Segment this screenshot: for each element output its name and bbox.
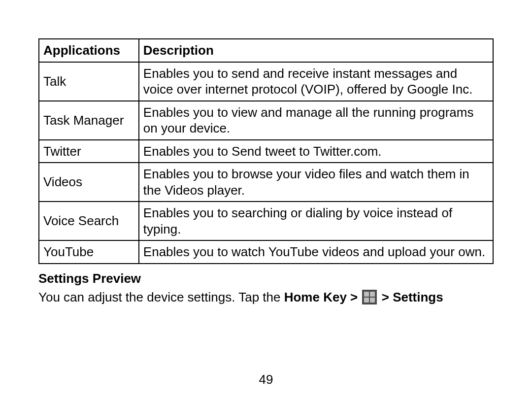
settings-text: > Settings bbox=[382, 290, 443, 304]
settings-instruction: You can adjust the device settings. Tap … bbox=[38, 289, 494, 306]
app-desc-cell: Enables you to browse your video files a… bbox=[139, 163, 493, 202]
section-heading: Settings Preview bbox=[38, 271, 494, 286]
app-desc-cell: Enables you to view and manage all the r… bbox=[139, 101, 493, 140]
app-desc-cell: Enables you to watch YouTube videos and … bbox=[139, 240, 493, 264]
app-name-cell: Videos bbox=[39, 163, 139, 202]
page-number: 49 bbox=[0, 372, 532, 387]
app-name-cell: Talk bbox=[39, 62, 139, 101]
app-name-cell: YouTube bbox=[39, 240, 139, 264]
table-row: Videos Enables you to browse your video … bbox=[39, 163, 493, 202]
header-description: Description bbox=[139, 39, 493, 62]
table-row: Task Manager Enables you to view and man… bbox=[39, 101, 493, 140]
table-row: Twitter Enables you to Send tweet to Twi… bbox=[39, 140, 493, 163]
table-header-row: Applications Description bbox=[39, 39, 493, 62]
app-name-cell: Task Manager bbox=[39, 101, 139, 140]
apps-grid-icon bbox=[362, 290, 377, 304]
app-desc-cell: Enables you to searching or dialing by v… bbox=[139, 202, 493, 240]
app-desc-cell: Enables you to send and receive instant … bbox=[139, 62, 493, 101]
table-row: Voice Search Enables you to searching or… bbox=[39, 202, 493, 240]
table-row: YouTube Enables you to watch YouTube vid… bbox=[39, 240, 493, 264]
header-applications: Applications bbox=[39, 39, 139, 62]
app-name-cell: Twitter bbox=[39, 140, 139, 163]
app-name-cell: Voice Search bbox=[39, 202, 139, 240]
app-desc-cell: Enables you to Send tweet to Twitter.com… bbox=[139, 140, 493, 163]
applications-table: Applications Description Talk Enables yo… bbox=[38, 38, 494, 264]
table-row: Talk Enables you to send and receive ins… bbox=[39, 62, 493, 101]
instruction-text-part1: You can adjust the device settings. Tap … bbox=[38, 290, 284, 304]
home-key-text: Home Key > bbox=[284, 290, 362, 304]
